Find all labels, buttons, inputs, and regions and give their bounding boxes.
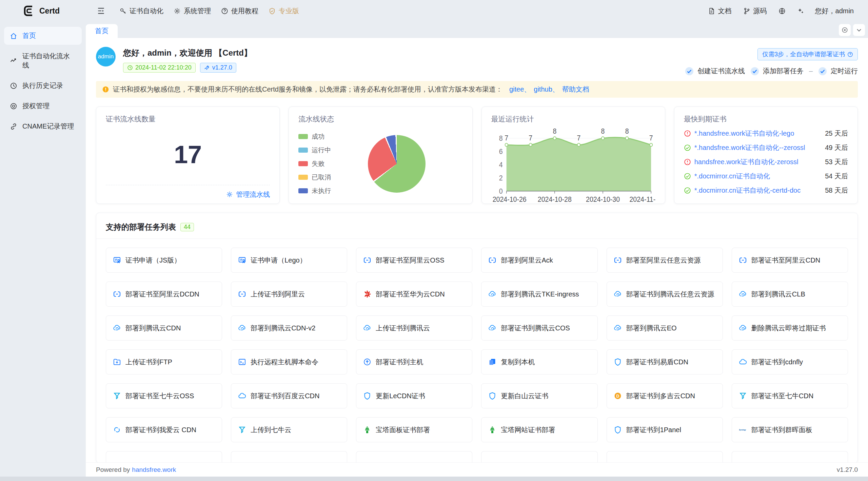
nav-menu-item[interactable]: 证书自动化 bbox=[114, 3, 169, 19]
task-card[interactable]: 宝塔网站证书部署 bbox=[481, 417, 597, 442]
manage-pipelines-link[interactable]: 管理流水线 bbox=[106, 185, 270, 204]
task-card[interactable]: 部署到腾讯云CDN bbox=[106, 315, 222, 341]
qiniu-icon bbox=[739, 392, 747, 400]
close-tab-button[interactable] bbox=[839, 24, 851, 36]
legend-item[interactable]: 成功 bbox=[298, 132, 331, 141]
legend-item[interactable]: 已取消 bbox=[298, 173, 331, 182]
tasks-title: 支持的部署任务列表 bbox=[106, 222, 176, 232]
tab-menu-button[interactable] bbox=[853, 24, 865, 36]
task-card[interactable]: 部署证书到我爱云 CDN bbox=[106, 417, 222, 442]
task-label: 部署到腾讯云TKE-ingress bbox=[501, 290, 579, 299]
task-card[interactable]: 部署证书到百度云CDN bbox=[231, 383, 347, 408]
task-label: 部署证书到我爱云 CDN bbox=[125, 425, 196, 435]
task-card[interactable]: 部署证书至华为云CDN bbox=[356, 282, 472, 307]
task-card[interactable]: 上传证书到FTP bbox=[106, 349, 222, 374]
security-alert: 证书和授权为敏感信息，不要使用来历不明的在线Certd服务和镜像，以免泄露；请务… bbox=[96, 81, 858, 98]
legend-item[interactable]: 失败 bbox=[298, 159, 331, 168]
alert-link[interactable]: gitee、 bbox=[509, 85, 531, 93]
task-card[interactable]: 更新白山云证书 bbox=[481, 383, 597, 408]
nav-menu-item[interactable]: 使用教程 bbox=[216, 3, 263, 19]
task-card[interactable]: 证书申请（JS版） bbox=[106, 248, 222, 273]
task-card[interactable]: 部署证书到1Panel bbox=[607, 417, 723, 442]
guide-step: 创建证书流水线 bbox=[685, 66, 745, 76]
task-card[interactable]: 部署证书到腾讯云任意云资源 bbox=[607, 282, 723, 307]
tasks-grid-clipped-row bbox=[106, 451, 848, 462]
task-card[interactable]: 宝塔面板证书部署 bbox=[356, 417, 472, 442]
sidebar-item[interactable]: CNAME记录管理 bbox=[4, 117, 82, 135]
task-card[interactable]: 上传到七牛云 bbox=[231, 417, 347, 442]
cert-link[interactable]: *.docmirror.cn证书自动化 bbox=[694, 172, 770, 181]
handsfree-link[interactable]: handsfree.work bbox=[132, 466, 176, 474]
nav-action[interactable] bbox=[796, 5, 805, 17]
cert-link[interactable]: *.docmirror.cn证书自动化-certd-doc bbox=[694, 186, 801, 195]
tencent-cloud-icon bbox=[614, 324, 622, 332]
aliyun-icon bbox=[113, 290, 121, 298]
task-card[interactable]: 部署证书到主机 bbox=[356, 349, 472, 374]
task-card[interactable]: 证书申请（Lego） bbox=[231, 248, 347, 273]
sidebar-item[interactable]: 执行历史记录 bbox=[4, 77, 82, 95]
task-card[interactable]: 部署到腾讯云CLB bbox=[732, 282, 848, 307]
nav-action[interactable]: 源码 bbox=[743, 4, 768, 18]
task-card[interactable]: 更新LeCDN证书 bbox=[356, 383, 472, 408]
task-card[interactable]: 部署到腾讯云TKE-ingress bbox=[481, 282, 597, 307]
task-label: 部署证书到腾讯云任意云资源 bbox=[626, 290, 714, 299]
guide-pill[interactable]: 仅需3步，全自动申请部署证书 bbox=[757, 48, 858, 60]
tencent-cloud-icon bbox=[363, 324, 371, 332]
avatar[interactable]: admin bbox=[96, 47, 116, 66]
legend-item[interactable]: 运行中 bbox=[298, 146, 331, 155]
runs-area-chart: 7787887024682024-10-262024-10-282024-10-… bbox=[491, 124, 655, 204]
task-card[interactable]: 上传证书到阿里云 bbox=[231, 282, 347, 307]
task-label: 部署证书到多吉云CDN bbox=[626, 391, 695, 401]
task-card[interactable]: 执行远程主机脚本命令 bbox=[231, 349, 347, 374]
nav-action[interactable]: 文档 bbox=[707, 4, 732, 18]
alert-link[interactable]: 帮助文档 bbox=[562, 85, 589, 93]
sidebar-item[interactable]: 授权管理 bbox=[4, 97, 82, 115]
aliyun-icon bbox=[363, 256, 371, 264]
cert-link[interactable]: *.handsfree.work证书自动化--zerossl bbox=[694, 143, 805, 152]
sidebar-item[interactable]: 证书自动化流水线 bbox=[4, 47, 82, 74]
task-card[interactable]: 部署到腾讯云EO bbox=[607, 315, 723, 341]
task-card[interactable]: 部署证书至七牛CDN bbox=[732, 383, 848, 408]
home-icon bbox=[10, 32, 17, 40]
legend-item[interactable]: 未执行 bbox=[298, 187, 331, 195]
task-card[interactable]: 部署至阿里云任意云资源 bbox=[607, 248, 723, 273]
pipeline-icon bbox=[10, 57, 17, 64]
task-card[interactable]: 部署证书到易盾CDN bbox=[607, 349, 723, 374]
user-greeting[interactable]: 您好，admin bbox=[815, 6, 854, 16]
task-card[interactable]: 部署证书到cdnfly bbox=[732, 349, 848, 374]
pipeline-count-card: 证书流水线数量 17 管理流水线 bbox=[96, 107, 280, 204]
menu-fold-icon[interactable] bbox=[97, 6, 105, 15]
sidebar-item[interactable]: 首页 bbox=[4, 27, 82, 45]
nav-menu-item[interactable]: 专业版 bbox=[263, 3, 304, 19]
task-card[interactable]: 上传证书到腾讯云 bbox=[356, 315, 472, 341]
task-card[interactable]: 部署到腾讯云CDN-v2 bbox=[231, 315, 347, 341]
svg-text:2: 2 bbox=[499, 174, 502, 182]
shield-icon bbox=[614, 426, 622, 434]
task-label: 部署到腾讯云EO bbox=[626, 324, 677, 333]
card-title: 最近运行统计 bbox=[491, 114, 655, 124]
sidebar-item-label: 首页 bbox=[22, 31, 36, 40]
task-card[interactable]: 删除腾讯云即将过期证书 bbox=[732, 315, 848, 341]
stat-cards: 证书流水线数量 17 管理流水线 流水线状态 成功运行中失败已取消未执行 bbox=[96, 107, 858, 204]
synology-icon: Synology bbox=[739, 426, 747, 434]
task-card[interactable]: Synology部署证书到群晖面板 bbox=[732, 417, 848, 442]
task-label: 宝塔面板证书部署 bbox=[376, 425, 430, 435]
task-card[interactable]: 部署证书到腾讯云COS bbox=[481, 315, 597, 341]
cert-link[interactable]: *.handsfree.work证书自动化-lego bbox=[694, 129, 794, 138]
cert-link[interactable]: handsfree.work证书自动化-zerossl bbox=[694, 157, 798, 167]
task-card[interactable]: D部署证书到多吉云CDN bbox=[607, 383, 723, 408]
task-card[interactable]: 部署证书至阿里云DCDN bbox=[106, 282, 222, 307]
svg-text:2024-10-30: 2024-10-30 bbox=[586, 195, 620, 203]
task-card[interactable]: 部署证书至七牛云OSS bbox=[106, 383, 222, 408]
aliyun-icon bbox=[488, 256, 496, 264]
nav-menu-item[interactable]: 系统管理 bbox=[169, 3, 216, 19]
tab-home[interactable]: 首页 bbox=[86, 24, 118, 38]
task-card[interactable]: 复制到本机 bbox=[481, 349, 597, 374]
alert-link[interactable]: github、 bbox=[534, 85, 559, 93]
task-card[interactable]: 部署证书至阿里云CDN bbox=[732, 248, 848, 273]
sparkles-icon bbox=[797, 7, 804, 15]
task-card[interactable]: 部署到阿里云Ack bbox=[481, 248, 597, 273]
task-card[interactable]: 部署证书至阿里云OSS bbox=[356, 248, 472, 273]
card-title: 流水线状态 bbox=[298, 114, 462, 124]
nav-action[interactable] bbox=[778, 5, 786, 17]
